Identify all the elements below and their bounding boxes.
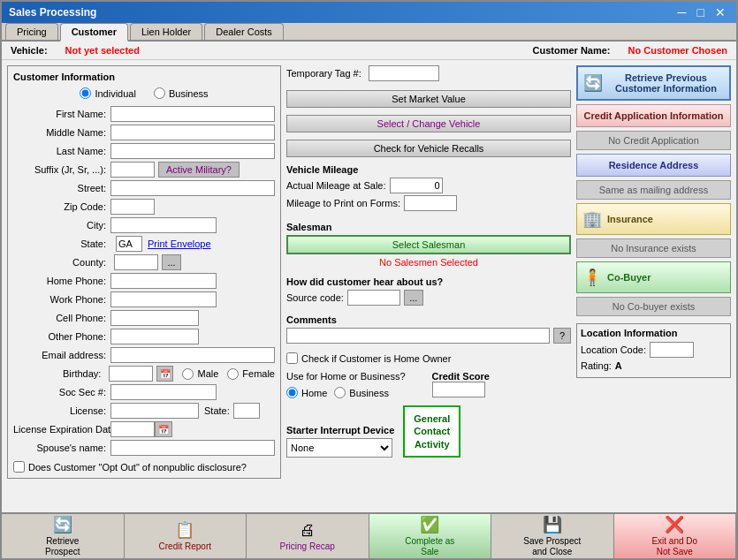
- exit-button[interactable]: ❌ Exit and Do Not Save: [614, 514, 737, 558]
- comments-title: Comments: [286, 314, 571, 325]
- city-input[interactable]: [110, 217, 217, 233]
- general-contact-activity-button[interactable]: General Contact Activity: [403, 405, 460, 458]
- state-input[interactable]: [116, 236, 142, 252]
- cobuyer-button[interactable]: 🧍 Co-Buyer: [576, 261, 731, 293]
- license-state-input[interactable]: [233, 403, 260, 419]
- no-credit-app-label: No Credit Application: [576, 131, 731, 150]
- birthday-calendar-button[interactable]: 📅: [156, 366, 173, 382]
- pricing-recap-icon: 🖨: [300, 521, 316, 540]
- vehicle-mileage-title: Vehicle Mileage: [286, 164, 571, 175]
- no-salesman-label: No Salesmen Selected: [286, 257, 571, 268]
- credit-application-button[interactable]: Credit Application Information: [576, 104, 731, 127]
- insurance-icon: 🏢: [582, 209, 602, 229]
- homeowner-label: Check if Customer is Home Owner: [301, 353, 451, 364]
- print-mileage-label: Mileage to Print on Forms:: [286, 198, 400, 208]
- male-radio[interactable]: Male: [182, 368, 218, 380]
- last-name-row: Last Name:: [13, 143, 275, 159]
- save-prospect-button[interactable]: 💾 Save Prospect and Close: [491, 514, 614, 558]
- spouse-input[interactable]: [110, 440, 275, 456]
- other-phone-input[interactable]: [110, 329, 199, 344]
- close-button[interactable]: ✕: [711, 5, 729, 19]
- set-market-value-button[interactable]: Set Market Value: [286, 90, 571, 108]
- email-label: Email address:: [13, 350, 110, 360]
- minimize-button[interactable]: ─: [674, 5, 690, 19]
- tab-dealer-costs[interactable]: Dealer Costs: [204, 23, 284, 40]
- location-code-row: Location Code:: [581, 342, 727, 358]
- other-phone-label: Other Phone:: [13, 331, 110, 342]
- license-exp-calendar-button[interactable]: 📅: [155, 421, 172, 437]
- print-mileage-input[interactable]: [404, 195, 457, 211]
- home-radio[interactable]: Home: [286, 387, 327, 398]
- save-prospect-label: Save Prospect and Close: [523, 536, 581, 557]
- state-label: State:: [13, 238, 110, 249]
- business-radio-homebiz[interactable]: Business: [334, 387, 389, 398]
- middle-name-input[interactable]: [110, 125, 275, 140]
- middle-panel: Temporary Tag #: Set Market Value Select…: [286, 65, 571, 507]
- actual-mileage-input[interactable]: [390, 178, 443, 193]
- starter-select[interactable]: None: [286, 438, 392, 458]
- active-military-button[interactable]: Active Military?: [158, 162, 240, 178]
- section-title: Customer Information: [13, 72, 275, 82]
- county-dots-button[interactable]: ...: [162, 254, 181, 270]
- home-biz-label: Use for Home or Business?: [286, 371, 406, 382]
- opt-out-checkbox[interactable]: [13, 461, 25, 473]
- customer-type-radios: Individual Business: [13, 87, 275, 99]
- rating-value: A: [615, 360, 622, 371]
- female-radio[interactable]: Female: [227, 368, 275, 380]
- retrieve-customer-button[interactable]: 🔄 Retrieve Previous Customer Information: [576, 65, 731, 101]
- tab-customer[interactable]: Customer: [60, 23, 128, 42]
- exit-label: Exit and Do Not Save: [651, 536, 697, 557]
- source-code-input[interactable]: [347, 290, 400, 306]
- street-input[interactable]: [110, 180, 275, 196]
- retrieve-prospect-label: Retrieve Prospect: [45, 536, 80, 557]
- tab-pricing[interactable]: Pricing: [5, 23, 58, 40]
- location-code-input[interactable]: [650, 342, 694, 358]
- complete-sale-button[interactable]: ✅ Complete as Sale: [369, 514, 492, 558]
- birthday-label: Birthday:: [13, 368, 105, 379]
- license-state-label: State:: [204, 405, 230, 416]
- business-radio[interactable]: Business: [154, 87, 209, 99]
- pricing-recap-button[interactable]: 🖨 Pricing Recap: [247, 514, 369, 558]
- temp-tag-input[interactable]: [369, 65, 439, 81]
- print-envelope-button[interactable]: Print Envelope: [148, 238, 211, 249]
- vehicle-bar: Vehicle: Not yet selected Customer Name:…: [2, 42, 736, 60]
- select-change-vehicle-button[interactable]: Select / Change Vehicle: [286, 115, 571, 132]
- work-phone-row: Work Phone:: [13, 291, 275, 307]
- residence-address-button[interactable]: Residence Address: [576, 154, 731, 177]
- suffix-input[interactable]: [110, 162, 155, 178]
- select-salesman-button[interactable]: Select Salesman: [286, 235, 571, 254]
- email-input[interactable]: [110, 347, 275, 363]
- check-recalls-button[interactable]: Check for Vehicle Recalls: [286, 140, 571, 157]
- salesman-section: Salesman Select Salesman No Salesmen Sel…: [286, 222, 571, 268]
- suffix-label: Suffix (Jr, Sr, ...):: [13, 164, 110, 175]
- county-input[interactable]: [114, 254, 158, 270]
- retrieve-prospect-button[interactable]: 🔄 Retrieve Prospect: [2, 514, 125, 558]
- zip-input[interactable]: [110, 199, 155, 215]
- zip-label: Zip Code:: [13, 201, 110, 212]
- zip-row: Zip Code:: [13, 199, 275, 215]
- source-dots-button[interactable]: ...: [404, 290, 423, 306]
- comments-help-button[interactable]: ?: [553, 328, 571, 344]
- insurance-button[interactable]: 🏢 Insurance: [576, 203, 731, 235]
- home-phone-input[interactable]: [110, 273, 217, 289]
- comments-input[interactable]: [286, 328, 550, 344]
- credit-score-input[interactable]: [432, 382, 485, 397]
- homeowner-checkbox[interactable]: [286, 352, 298, 364]
- tab-lien-holder[interactable]: Lien Holder: [130, 23, 202, 40]
- individual-radio[interactable]: Individual: [80, 87, 135, 99]
- license-exp-input[interactable]: [110, 421, 155, 437]
- county-row: County: ...: [13, 254, 275, 270]
- credit-score-section: Credit Score: [432, 371, 490, 397]
- work-phone-input[interactable]: [110, 291, 217, 307]
- cell-phone-input[interactable]: [110, 310, 199, 326]
- birthday-input[interactable]: [109, 366, 153, 382]
- email-row: Email address:: [13, 347, 275, 363]
- first-name-input[interactable]: [110, 106, 275, 122]
- soc-sec-input[interactable]: [110, 384, 217, 400]
- heard-title: How did customer hear about us?: [286, 276, 571, 287]
- last-name-input[interactable]: [110, 143, 275, 159]
- license-input[interactable]: [110, 403, 199, 419]
- credit-report-button[interactable]: 📋 Credit Report: [125, 514, 247, 558]
- maximize-button[interactable]: □: [694, 5, 708, 19]
- home-biz-row: Use for Home or Business?: [286, 371, 406, 382]
